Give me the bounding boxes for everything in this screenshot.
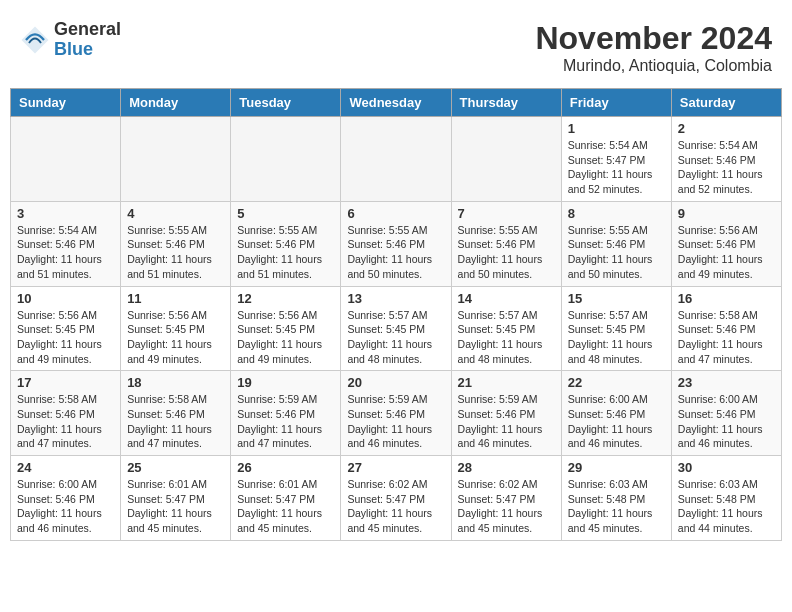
day-info: Sunrise: 5:54 AM Sunset: 5:47 PM Dayligh… [568,138,665,197]
day-info: Sunrise: 6:01 AM Sunset: 5:47 PM Dayligh… [237,477,334,536]
location-subtitle: Murindo, Antioquia, Colombia [535,57,772,75]
calendar-cell: 14Sunrise: 5:57 AM Sunset: 5:45 PM Dayli… [451,286,561,371]
weekday-header-saturday: Saturday [671,89,781,117]
calendar-cell [231,117,341,202]
day-info: Sunrise: 6:00 AM Sunset: 5:46 PM Dayligh… [678,392,775,451]
day-info: Sunrise: 5:58 AM Sunset: 5:46 PM Dayligh… [127,392,224,451]
calendar-cell: 24Sunrise: 6:00 AM Sunset: 5:46 PM Dayli… [11,456,121,541]
calendar-cell: 10Sunrise: 5:56 AM Sunset: 5:45 PM Dayli… [11,286,121,371]
month-year-title: November 2024 [535,20,772,57]
day-number: 12 [237,291,334,306]
day-number: 16 [678,291,775,306]
day-info: Sunrise: 5:55 AM Sunset: 5:46 PM Dayligh… [127,223,224,282]
day-info: Sunrise: 6:02 AM Sunset: 5:47 PM Dayligh… [458,477,555,536]
day-info: Sunrise: 6:01 AM Sunset: 5:47 PM Dayligh… [127,477,224,536]
day-info: Sunrise: 6:00 AM Sunset: 5:46 PM Dayligh… [17,477,114,536]
calendar-cell: 2Sunrise: 5:54 AM Sunset: 5:46 PM Daylig… [671,117,781,202]
calendar-cell: 17Sunrise: 5:58 AM Sunset: 5:46 PM Dayli… [11,371,121,456]
weekday-header-thursday: Thursday [451,89,561,117]
day-info: Sunrise: 6:02 AM Sunset: 5:47 PM Dayligh… [347,477,444,536]
calendar-cell: 29Sunrise: 6:03 AM Sunset: 5:48 PM Dayli… [561,456,671,541]
day-number: 26 [237,460,334,475]
calendar-cell: 5Sunrise: 5:55 AM Sunset: 5:46 PM Daylig… [231,201,341,286]
day-number: 13 [347,291,444,306]
calendar-cell: 28Sunrise: 6:02 AM Sunset: 5:47 PM Dayli… [451,456,561,541]
day-number: 17 [17,375,114,390]
day-info: Sunrise: 5:55 AM Sunset: 5:46 PM Dayligh… [568,223,665,282]
day-number: 11 [127,291,224,306]
calendar-cell: 30Sunrise: 6:03 AM Sunset: 5:48 PM Dayli… [671,456,781,541]
day-info: Sunrise: 5:59 AM Sunset: 5:46 PM Dayligh… [458,392,555,451]
day-info: Sunrise: 5:54 AM Sunset: 5:46 PM Dayligh… [678,138,775,197]
calendar-cell: 12Sunrise: 5:56 AM Sunset: 5:45 PM Dayli… [231,286,341,371]
calendar-cell: 27Sunrise: 6:02 AM Sunset: 5:47 PM Dayli… [341,456,451,541]
day-number: 25 [127,460,224,475]
calendar-cell [11,117,121,202]
weekday-header-row: SundayMondayTuesdayWednesdayThursdayFrid… [11,89,782,117]
logo-general: General [54,19,121,39]
day-number: 15 [568,291,665,306]
weekday-header-monday: Monday [121,89,231,117]
week-row-2: 3Sunrise: 5:54 AM Sunset: 5:46 PM Daylig… [11,201,782,286]
calendar-cell [451,117,561,202]
svg-marker-0 [22,26,49,53]
day-number: 30 [678,460,775,475]
day-info: Sunrise: 5:55 AM Sunset: 5:46 PM Dayligh… [347,223,444,282]
day-info: Sunrise: 5:57 AM Sunset: 5:45 PM Dayligh… [568,308,665,367]
calendar-cell: 15Sunrise: 5:57 AM Sunset: 5:45 PM Dayli… [561,286,671,371]
day-number: 14 [458,291,555,306]
logo-icon [20,25,50,55]
day-number: 22 [568,375,665,390]
day-number: 20 [347,375,444,390]
day-info: Sunrise: 5:56 AM Sunset: 5:45 PM Dayligh… [237,308,334,367]
calendar-cell: 3Sunrise: 5:54 AM Sunset: 5:46 PM Daylig… [11,201,121,286]
day-info: Sunrise: 5:56 AM Sunset: 5:46 PM Dayligh… [678,223,775,282]
weekday-header-sunday: Sunday [11,89,121,117]
calendar-cell: 23Sunrise: 6:00 AM Sunset: 5:46 PM Dayli… [671,371,781,456]
day-number: 2 [678,121,775,136]
logo-blue: Blue [54,39,93,59]
day-number: 27 [347,460,444,475]
calendar-cell: 25Sunrise: 6:01 AM Sunset: 5:47 PM Dayli… [121,456,231,541]
weekday-header-tuesday: Tuesday [231,89,341,117]
week-row-3: 10Sunrise: 5:56 AM Sunset: 5:45 PM Dayli… [11,286,782,371]
calendar-table: SundayMondayTuesdayWednesdayThursdayFrid… [10,88,782,541]
calendar-cell: 1Sunrise: 5:54 AM Sunset: 5:47 PM Daylig… [561,117,671,202]
calendar-cell: 16Sunrise: 5:58 AM Sunset: 5:46 PM Dayli… [671,286,781,371]
day-number: 6 [347,206,444,221]
day-number: 4 [127,206,224,221]
day-number: 23 [678,375,775,390]
day-info: Sunrise: 5:57 AM Sunset: 5:45 PM Dayligh… [347,308,444,367]
calendar-cell: 11Sunrise: 5:56 AM Sunset: 5:45 PM Dayli… [121,286,231,371]
day-number: 9 [678,206,775,221]
logo-text: General Blue [54,20,121,60]
day-info: Sunrise: 5:58 AM Sunset: 5:46 PM Dayligh… [678,308,775,367]
calendar-cell: 22Sunrise: 6:00 AM Sunset: 5:46 PM Dayli… [561,371,671,456]
calendar-cell [121,117,231,202]
day-info: Sunrise: 5:56 AM Sunset: 5:45 PM Dayligh… [17,308,114,367]
day-number: 29 [568,460,665,475]
day-info: Sunrise: 5:58 AM Sunset: 5:46 PM Dayligh… [17,392,114,451]
calendar-cell: 18Sunrise: 5:58 AM Sunset: 5:46 PM Dayli… [121,371,231,456]
day-number: 8 [568,206,665,221]
day-info: Sunrise: 5:57 AM Sunset: 5:45 PM Dayligh… [458,308,555,367]
day-number: 21 [458,375,555,390]
day-number: 3 [17,206,114,221]
day-info: Sunrise: 5:59 AM Sunset: 5:46 PM Dayligh… [237,392,334,451]
calendar-cell: 7Sunrise: 5:55 AM Sunset: 5:46 PM Daylig… [451,201,561,286]
day-info: Sunrise: 5:59 AM Sunset: 5:46 PM Dayligh… [347,392,444,451]
week-row-4: 17Sunrise: 5:58 AM Sunset: 5:46 PM Dayli… [11,371,782,456]
day-info: Sunrise: 5:54 AM Sunset: 5:46 PM Dayligh… [17,223,114,282]
calendar-cell: 20Sunrise: 5:59 AM Sunset: 5:46 PM Dayli… [341,371,451,456]
day-number: 24 [17,460,114,475]
calendar-cell: 19Sunrise: 5:59 AM Sunset: 5:46 PM Dayli… [231,371,341,456]
day-info: Sunrise: 5:55 AM Sunset: 5:46 PM Dayligh… [458,223,555,282]
week-row-1: 1Sunrise: 5:54 AM Sunset: 5:47 PM Daylig… [11,117,782,202]
day-info: Sunrise: 6:03 AM Sunset: 5:48 PM Dayligh… [678,477,775,536]
calendar-cell: 21Sunrise: 5:59 AM Sunset: 5:46 PM Dayli… [451,371,561,456]
calendar-cell: 26Sunrise: 6:01 AM Sunset: 5:47 PM Dayli… [231,456,341,541]
day-info: Sunrise: 5:55 AM Sunset: 5:46 PM Dayligh… [237,223,334,282]
page-header: General Blue November 2024 Murindo, Anti… [10,10,782,80]
week-row-5: 24Sunrise: 6:00 AM Sunset: 5:46 PM Dayli… [11,456,782,541]
day-number: 19 [237,375,334,390]
